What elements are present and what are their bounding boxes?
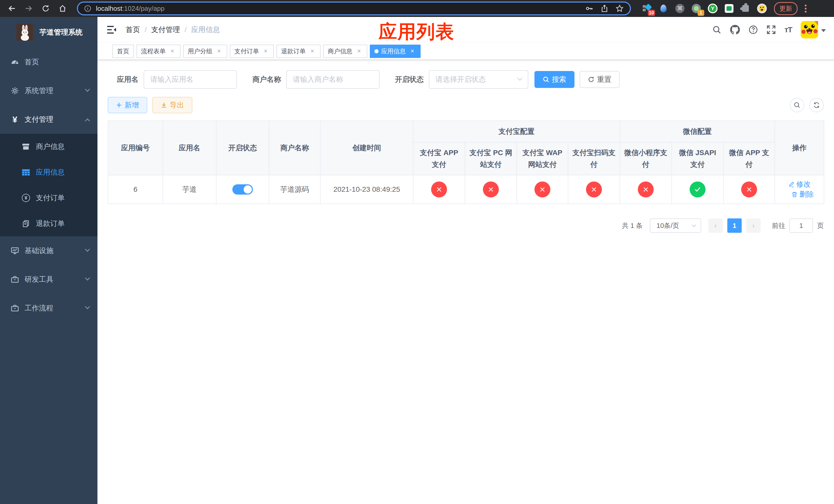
sidebar-item-workflow[interactable]: 工作流程 bbox=[0, 294, 97, 322]
gear-icon bbox=[11, 87, 19, 95]
extensions-puzzle-icon[interactable] bbox=[741, 4, 750, 13]
browser-update-button[interactable]: 更新 bbox=[774, 2, 797, 15]
status-cross-icon bbox=[483, 182, 499, 198]
delete-link[interactable]: 删除 bbox=[791, 189, 814, 199]
cell-created: 2021-10-23 08:49:25 bbox=[320, 175, 413, 204]
toolbox-icon bbox=[11, 304, 19, 312]
status-cross-icon bbox=[741, 182, 757, 198]
extension-diamond-icon[interactable]: 10 bbox=[642, 4, 652, 13]
prev-page-button[interactable]: ‹ bbox=[708, 219, 723, 233]
sidebar-item-pay-order[interactable]: ¥ 支付订单 bbox=[0, 185, 97, 211]
page-size-select[interactable]: 10条/页 bbox=[650, 219, 701, 233]
user-avatar[interactable] bbox=[801, 21, 826, 39]
close-icon[interactable]: × bbox=[215, 48, 223, 55]
col-alipay-qr: 支付宝扫码支付 bbox=[568, 142, 620, 175]
browser-menu-icon[interactable] bbox=[803, 3, 809, 15]
sidebar-item-system[interactable]: 系统管理 bbox=[0, 76, 97, 105]
site-info-icon[interactable] bbox=[84, 5, 91, 12]
tab-home[interactable]: 首页 bbox=[112, 45, 134, 58]
status-cross-icon bbox=[586, 182, 602, 198]
breadcrumb: 首页 / 支付管理 / 应用信息 bbox=[126, 25, 220, 35]
add-button[interactable]: 新增 bbox=[108, 97, 147, 113]
extension-kite-icon[interactable] bbox=[659, 4, 668, 13]
sidebar-item-infra[interactable]: 基础设施 bbox=[0, 236, 97, 265]
export-button[interactable]: 导出 bbox=[152, 97, 192, 113]
sidebar-item-refund-order[interactable]: 退款订单 bbox=[0, 211, 97, 236]
chevron-down-icon bbox=[517, 75, 522, 81]
extension-record-icon[interactable]: 1 bbox=[692, 4, 701, 13]
toggle-search-icon[interactable] bbox=[790, 98, 804, 112]
enabled-switch[interactable] bbox=[232, 184, 253, 194]
tab-pay-order[interactable]: 支付订单× bbox=[230, 45, 274, 58]
chevron-down-icon bbox=[85, 275, 90, 280]
extension-chat-icon[interactable] bbox=[724, 4, 734, 13]
font-size-icon[interactable]: ᴛT bbox=[785, 25, 792, 34]
search-button[interactable]: 搜索 bbox=[534, 71, 574, 88]
reload-icon[interactable] bbox=[39, 2, 52, 15]
current-page-button[interactable]: 1 bbox=[727, 219, 742, 233]
merchant-name-label: 商户名称 bbox=[253, 75, 281, 84]
close-icon[interactable]: × bbox=[409, 48, 416, 55]
group-alipay-config: 支付宝配置 bbox=[413, 121, 620, 142]
extension-y-icon[interactable]: Y bbox=[708, 4, 718, 13]
col-app-id: 应用编号 bbox=[108, 121, 163, 175]
close-icon[interactable]: × bbox=[309, 48, 316, 55]
goto-page-input[interactable] bbox=[789, 219, 813, 233]
app-name-input[interactable] bbox=[144, 70, 237, 89]
close-icon[interactable]: × bbox=[355, 48, 363, 55]
screen: localhost:1024/pay/app 10 ⌘ 1 Y bbox=[0, 0, 834, 504]
edit-link[interactable]: 修改 bbox=[788, 180, 811, 189]
fullscreen-icon[interactable] bbox=[767, 25, 776, 35]
extension-badge: 1 bbox=[698, 10, 704, 16]
grid-icon bbox=[22, 168, 30, 177]
forward-icon[interactable] bbox=[22, 2, 36, 15]
merchant-name-input[interactable] bbox=[286, 70, 379, 89]
breadcrumb-payment[interactable]: 支付管理 bbox=[151, 25, 180, 35]
help-icon[interactable] bbox=[749, 25, 758, 35]
sidebar-collapse-icon[interactable] bbox=[106, 23, 117, 36]
status-select[interactable]: 请选择开启状态 bbox=[429, 70, 528, 89]
rabbit-logo-icon bbox=[16, 24, 33, 41]
refresh-table-icon[interactable] bbox=[809, 98, 824, 112]
pagination: 共 1 条 10条/页 ‹ 1 › 前往 页 bbox=[108, 219, 824, 233]
col-alipay-app: 支付宝 APP 支付 bbox=[413, 142, 465, 175]
tab-app-info[interactable]: 应用信息× bbox=[370, 45, 421, 58]
sidebar-item-home[interactable]: 首页 bbox=[0, 48, 97, 76]
status-label: 开启状态 bbox=[395, 75, 424, 84]
col-status: 开启状态 bbox=[216, 121, 269, 175]
home-icon[interactable] bbox=[56, 2, 69, 15]
browser-profile-avatar[interactable] bbox=[757, 4, 767, 13]
filter-form: 应用名 商户名称 开启状态 请选择开启状态 搜索 重置 bbox=[108, 70, 824, 89]
search-icon[interactable] bbox=[712, 25, 721, 35]
tab-merchant-info[interactable]: 商户信息× bbox=[323, 45, 367, 58]
status-cross-icon bbox=[431, 182, 447, 198]
toolbox-icon bbox=[11, 275, 19, 283]
sidebar-item-merchant-info[interactable]: 商户信息 bbox=[0, 134, 97, 159]
tab-process-form[interactable]: 流程表单× bbox=[136, 45, 180, 58]
breadcrumb-home[interactable]: 首页 bbox=[126, 25, 140, 35]
tab-user-group[interactable]: 用户分组× bbox=[183, 45, 227, 58]
next-page-button[interactable]: › bbox=[746, 219, 761, 233]
pikachu-avatar-icon bbox=[801, 21, 818, 39]
col-wechat-app: 微信 APP 支付 bbox=[723, 142, 775, 175]
sidebar-item-app-info[interactable]: 应用信息 bbox=[0, 159, 97, 185]
password-key-icon[interactable] bbox=[585, 4, 593, 13]
status-cross-icon bbox=[534, 182, 550, 198]
close-icon[interactable]: × bbox=[169, 48, 176, 55]
sidebar-item-devtools[interactable]: 研发工具 bbox=[0, 265, 97, 294]
share-icon[interactable] bbox=[601, 5, 608, 12]
yen-icon: ¥ bbox=[11, 115, 19, 124]
back-icon[interactable] bbox=[5, 2, 19, 15]
reset-button[interactable]: 重置 bbox=[579, 71, 620, 88]
app-logo[interactable]: 芋道管理系统 bbox=[0, 17, 97, 48]
sidebar-item-payment[interactable]: ¥ 支付管理 bbox=[0, 105, 97, 134]
address-bar[interactable]: localhost:1024/pay/app bbox=[77, 2, 631, 15]
tab-refund-order[interactable]: 退款订单× bbox=[277, 45, 321, 58]
close-icon[interactable]: × bbox=[262, 48, 269, 55]
page-annotation: 应用列表 bbox=[378, 20, 455, 44]
extension-command-icon[interactable]: ⌘ bbox=[675, 4, 685, 13]
github-icon[interactable] bbox=[730, 25, 740, 35]
bookmark-star-icon[interactable] bbox=[615, 4, 624, 13]
chevron-down-icon bbox=[85, 304, 90, 309]
caret-down-icon bbox=[821, 29, 826, 32]
